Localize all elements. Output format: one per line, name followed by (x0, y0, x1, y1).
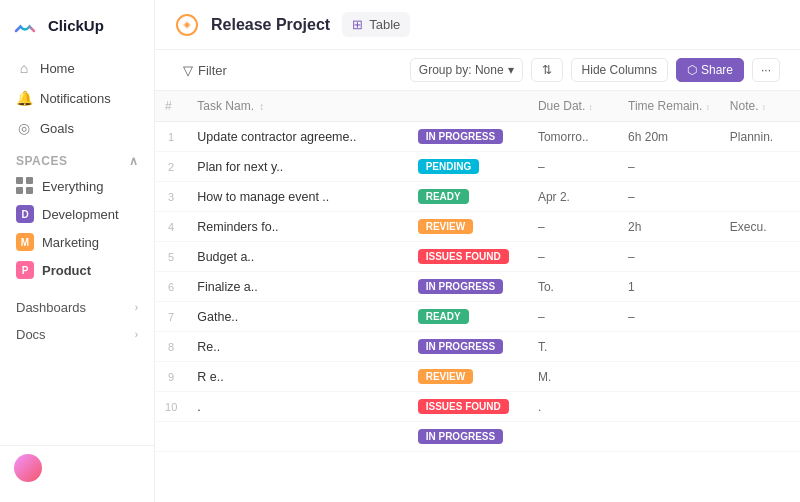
sidebar-item-marketing[interactable]: M Marketing (8, 228, 146, 256)
sidebar-item-dashboards[interactable]: Dashboards › (0, 294, 154, 321)
cell-status: REVIEW (408, 212, 528, 242)
status-badge: REVIEW (418, 369, 473, 384)
sidebar-item-home[interactable]: ⌂ Home (8, 54, 146, 82)
development-label: Development (42, 207, 119, 222)
cell-timeremaining: – (618, 182, 720, 212)
sidebar-item-development[interactable]: D Development (8, 200, 146, 228)
cell-notes (720, 272, 800, 302)
dashboards-section: Dashboards › Docs › (0, 294, 154, 348)
sidebar-item-everything[interactable]: Everything (8, 172, 146, 200)
cell-notes: Plannin. (720, 122, 800, 152)
table-container: # Task Nam. ↕ Due Dat. ↕ Time Remain. ↕ … (155, 91, 800, 502)
sidebar-item-product[interactable]: P Product (8, 256, 146, 284)
sidebar-item-goals-label: Goals (40, 121, 74, 136)
sidebar-item-docs[interactable]: Docs › (0, 321, 154, 348)
toolbar: ▽ Filter Group by: None ▾ ⇅ Hide Columns… (155, 50, 800, 91)
cell-status: IN PROGRESS (408, 122, 528, 152)
cell-status: READY (408, 182, 528, 212)
col-header-timeremaining[interactable]: Time Remain. ↕ (618, 91, 720, 122)
group-by-button[interactable]: Group by: None ▾ (410, 58, 523, 82)
main-content: Release Project ⊞ Table ▽ Filter Group b… (155, 0, 800, 502)
hide-columns-button[interactable]: Hide Columns (571, 58, 668, 82)
everything-label: Everything (42, 179, 103, 194)
docs-chevron: › (135, 329, 138, 340)
filter-label: Filter (198, 63, 227, 78)
table-row[interactable]: 3 How to manage event .. READY Apr 2. – (155, 182, 800, 212)
table-row[interactable]: 8 Re.. IN PROGRESS T. (155, 332, 800, 362)
cell-taskname (187, 422, 407, 452)
cell-duedate: – (528, 212, 618, 242)
cell-taskname: Gathe.. (187, 302, 407, 332)
clickup-logo-icon (14, 12, 40, 38)
cell-timeremaining (618, 422, 720, 452)
cell-status: IN PROGRESS (408, 332, 528, 362)
cell-taskname: Re.. (187, 332, 407, 362)
everything-grid-icon (16, 177, 34, 195)
sidebar: ClickUp ⌂ Home 🔔 Notifications ◎ Goals S… (0, 0, 155, 502)
cell-num: 4 (155, 212, 187, 242)
cell-taskname: Finalize a.. (187, 272, 407, 302)
share-button[interactable]: ⬡ Share (676, 58, 744, 82)
logo: ClickUp (0, 12, 154, 54)
status-badge: IN PROGRESS (418, 129, 503, 144)
cell-num: 7 (155, 302, 187, 332)
cell-num: 3 (155, 182, 187, 212)
table-row[interactable]: 10 . ISSUES FOUND . (155, 392, 800, 422)
cell-num: 10 (155, 392, 187, 422)
cell-num (155, 422, 187, 452)
cell-taskname: . (187, 392, 407, 422)
cell-duedate: – (528, 152, 618, 182)
cell-timeremaining: – (618, 152, 720, 182)
col-header-hash: # (155, 91, 187, 122)
cell-num: 6 (155, 272, 187, 302)
cell-notes (720, 182, 800, 212)
table-row[interactable]: 6 Finalize a.. IN PROGRESS To. 1 (155, 272, 800, 302)
cell-status: PENDING (408, 152, 528, 182)
table-row[interactable]: IN PROGRESS (155, 422, 800, 452)
table-row[interactable]: 4 Reminders fo.. REVIEW – 2h Execu. (155, 212, 800, 242)
table-row[interactable]: 9 R e.. REVIEW M. (155, 362, 800, 392)
cell-notes (720, 302, 800, 332)
spaces-collapse-icon[interactable]: ∧ (129, 154, 139, 168)
sidebar-item-notifications[interactable]: 🔔 Notifications (8, 84, 146, 112)
cell-timeremaining: – (618, 302, 720, 332)
project-icon (175, 13, 199, 37)
cell-notes (720, 392, 800, 422)
goals-icon: ◎ (16, 120, 32, 136)
cell-timeremaining: 2h (618, 212, 720, 242)
table-view-label: Table (369, 17, 400, 32)
marketing-dot: M (16, 233, 34, 251)
status-badge: READY (418, 189, 469, 204)
status-badge: ISSUES FOUND (418, 399, 509, 414)
more-icon: ··· (761, 63, 771, 77)
more-options-button[interactable]: ··· (752, 58, 780, 82)
cell-timeremaining (618, 332, 720, 362)
sidebar-item-notifications-label: Notifications (40, 91, 111, 106)
development-dot: D (16, 205, 34, 223)
col-header-duedate[interactable]: Due Dat. ↕ (528, 91, 618, 122)
table-row[interactable]: 2 Plan for next y.. PENDING – – (155, 152, 800, 182)
table-row[interactable]: 7 Gathe.. READY – – (155, 302, 800, 332)
col-header-taskname[interactable]: Task Nam. ↕ (187, 91, 407, 122)
filter-button[interactable]: ▽ Filter (175, 59, 235, 82)
status-badge: IN PROGRESS (418, 279, 503, 294)
cell-duedate: T. (528, 332, 618, 362)
col-header-notes[interactable]: Note. ↕ (720, 91, 800, 122)
product-dot: P (16, 261, 34, 279)
share-label: Share (701, 63, 733, 77)
cell-num: 5 (155, 242, 187, 272)
user-avatar[interactable] (14, 454, 42, 482)
cell-num: 2 (155, 152, 187, 182)
table-row[interactable]: 1 Update contractor agreeme.. IN PROGRES… (155, 122, 800, 152)
group-by-chevron: ▾ (508, 63, 514, 77)
cell-duedate: – (528, 242, 618, 272)
status-badge: IN PROGRESS (418, 339, 503, 354)
sidebar-item-goals[interactable]: ◎ Goals (8, 114, 146, 142)
sort-button[interactable]: ⇅ (531, 58, 563, 82)
cell-taskname: Update contractor agreeme.. (187, 122, 407, 152)
home-icon: ⌂ (16, 60, 32, 76)
marketing-label: Marketing (42, 235, 99, 250)
table-row[interactable]: 5 Budget a.. ISSUES FOUND – – (155, 242, 800, 272)
cell-duedate: – (528, 302, 618, 332)
table-view-tab[interactable]: ⊞ Table (342, 12, 410, 37)
